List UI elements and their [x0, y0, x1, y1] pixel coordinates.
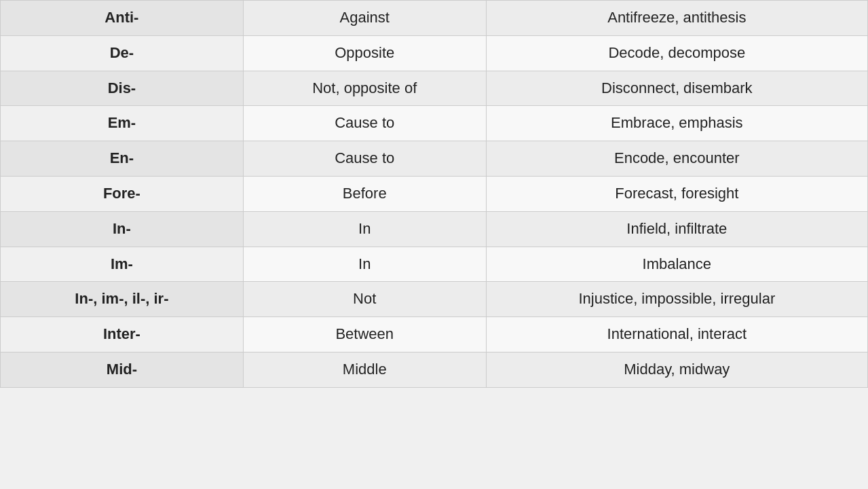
prefix-cell: De-: [1, 35, 244, 71]
prefix-table-container: Anti-AgainstAntifreeze, antithesisDe-Opp…: [0, 0, 868, 489]
table-row: Em-Cause toEmbrace, emphasis: [1, 106, 868, 141]
prefix-cell: Mid-: [1, 352, 244, 387]
meaning-cell: Not: [243, 282, 486, 317]
prefix-cell: Im-: [1, 247, 244, 282]
meaning-cell: Cause to: [243, 106, 486, 141]
examples-cell: Decode, decompose: [486, 35, 867, 71]
prefix-cell: In-: [1, 211, 244, 247]
table-row: Anti-AgainstAntifreeze, antithesis: [1, 1, 868, 36]
prefix-cell: En-: [1, 141, 244, 177]
meaning-cell: Opposite: [243, 35, 486, 71]
meaning-cell: Cause to: [243, 141, 486, 177]
examples-cell: Disconnect, disembark: [486, 71, 867, 106]
prefix-table: Anti-AgainstAntifreeze, antithesisDe-Opp…: [0, 0, 868, 388]
prefix-cell: Fore-: [1, 176, 244, 211]
examples-cell: Antifreeze, antithesis: [486, 1, 867, 36]
prefix-cell: In-, im-, il-, ir-: [1, 282, 244, 317]
examples-cell: Injustice, impossible, irregular: [486, 282, 867, 317]
examples-cell: Encode, encounter: [486, 141, 867, 177]
meaning-cell: Not, opposite of: [243, 71, 486, 106]
examples-cell: Embrace, emphasis: [486, 106, 867, 141]
table-row: De-OppositeDecode, decompose: [1, 35, 868, 71]
table-row: Im-InImbalance: [1, 247, 868, 282]
examples-cell: Forecast, foresight: [486, 176, 867, 211]
examples-cell: Imbalance: [486, 247, 867, 282]
table-row: Inter-BetweenInternational, interact: [1, 317, 868, 352]
meaning-cell: Before: [243, 176, 486, 211]
prefix-cell: Em-: [1, 106, 244, 141]
meaning-cell: In: [243, 211, 486, 247]
examples-cell: Midday, midway: [486, 352, 867, 387]
examples-cell: Infield, infiltrate: [486, 211, 867, 247]
prefix-cell: Anti-: [1, 1, 244, 36]
table-row: In-, im-, il-, ir-NotInjustice, impossib…: [1, 282, 868, 317]
table-row: Mid-MiddleMidday, midway: [1, 352, 868, 387]
meaning-cell: Against: [243, 1, 486, 36]
table-row: Dis-Not, opposite ofDisconnect, disembar…: [1, 71, 868, 106]
meaning-cell: Middle: [243, 352, 486, 387]
table-row: En-Cause toEncode, encounter: [1, 141, 868, 177]
prefix-cell: Inter-: [1, 317, 244, 352]
meaning-cell: Between: [243, 317, 486, 352]
prefix-cell: Dis-: [1, 71, 244, 106]
examples-cell: International, interact: [486, 317, 867, 352]
table-row: Fore-BeforeForecast, foresight: [1, 176, 868, 211]
table-row: In-InInfield, infiltrate: [1, 211, 868, 247]
meaning-cell: In: [243, 247, 486, 282]
